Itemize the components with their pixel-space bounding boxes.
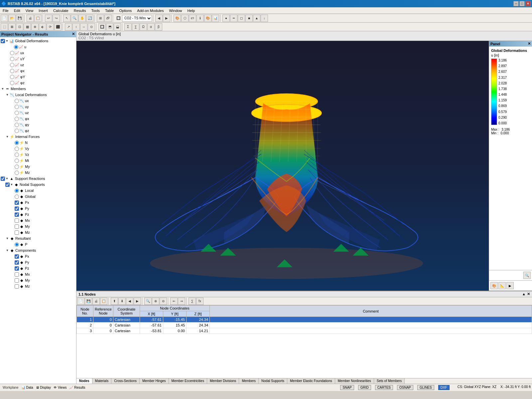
Mx-ns-checkbox[interactable] <box>15 218 19 223</box>
results-tab[interactable]: 📈 Results <box>69 386 85 389</box>
tree-loc-phix[interactable]: 📉 φx <box>1 116 75 122</box>
bt-3[interactable]: 🖨 <box>92 298 100 305</box>
tree-members[interactable]: ▼ ━ Members <box>1 86 75 92</box>
Px-comp-checkbox[interactable] <box>15 254 19 259</box>
iso-view-btn[interactable]: 📐 <box>498 282 506 289</box>
save-btn[interactable]: 💾 <box>16 15 23 22</box>
resultant-expander[interactable]: ▼ <box>5 236 9 240</box>
tree-Mx-ns[interactable]: ◆ Mx <box>1 217 75 223</box>
tree-resultant[interactable]: ▼ ◆ Resultant <box>1 235 75 241</box>
tree-Px-ns[interactable]: ◆ Px <box>1 200 75 205</box>
menu-calculate[interactable]: Calculate <box>52 8 70 13</box>
tab-member-elastic[interactable]: Member Elastic Foundations <box>287 378 335 384</box>
Py-ns-checkbox[interactable] <box>15 206 19 211</box>
loc-phiz-radio[interactable] <box>15 129 19 133</box>
Mz-radio[interactable] <box>15 171 19 175</box>
member-btn[interactable]: ━ <box>230 15 237 22</box>
colorbar-settings-btn[interactable]: 🎨 <box>490 282 498 289</box>
N-radio[interactable] <box>15 141 19 145</box>
glines-chip[interactable]: GLINES <box>417 385 434 390</box>
animate-btn[interactable]: ▶ <box>506 282 514 289</box>
tab-member-hinges[interactable]: Member Hinges <box>140 378 169 384</box>
menu-table[interactable]: Table <box>104 8 115 13</box>
loc-uz-radio[interactable] <box>15 111 19 115</box>
Vz-radio[interactable] <box>15 153 19 157</box>
data-tab[interactable]: 📊 Data <box>21 386 33 389</box>
loc-uy-radio[interactable] <box>15 105 19 109</box>
Vy-radio[interactable] <box>15 147 19 151</box>
tree-N[interactable]: ⚡ N <box>1 140 75 146</box>
Mt-radio[interactable] <box>15 159 19 163</box>
color-btn[interactable]: 🎨 <box>204 15 211 22</box>
tree-u[interactable]: 📈 u <box>1 44 75 50</box>
open-btn[interactable]: 📂 <box>8 15 16 22</box>
snap-chip[interactable]: SNAP <box>340 385 354 390</box>
tree-Pz-ns[interactable]: ◆ Pz <box>1 211 75 217</box>
panel-close[interactable]: ✕ <box>528 42 531 46</box>
node-btn[interactable]: ● <box>222 15 230 22</box>
t2-17[interactable]: ∑ <box>132 23 139 31</box>
tree-local[interactable]: ◆ Local <box>1 188 75 194</box>
bt-10[interactable]: ⊕ <box>152 298 159 305</box>
t2-1[interactable]: ⬚ <box>1 23 8 31</box>
tree-My-comp[interactable]: ◆ My <box>1 277 75 283</box>
global-radio[interactable] <box>15 195 19 199</box>
panel-close-btn[interactable]: ✕ <box>72 32 75 36</box>
t2-14[interactable]: ⬒ <box>106 23 113 31</box>
bt-9[interactable]: 🔍 <box>144 298 152 305</box>
zoom-search-btn[interactable]: 🔍 <box>523 272 531 279</box>
tree-loc-ux[interactable]: 📉 ux <box>1 98 75 104</box>
components-expander[interactable]: ▼ <box>5 248 9 252</box>
window-controls[interactable]: ─ □ ✕ <box>513 1 531 6</box>
prev-btn[interactable]: ◀ <box>155 15 163 22</box>
tree-loc-uz[interactable]: 📉 uz <box>1 110 75 116</box>
t2-20[interactable]: β <box>155 23 162 31</box>
Pz-comp-checkbox[interactable] <box>15 266 19 271</box>
tree-Mz-comp[interactable]: ◆ Mz <box>1 283 75 289</box>
view3d-btn[interactable]: 🗗 <box>104 15 112 22</box>
bt-6[interactable]: ⬇ <box>118 298 126 305</box>
close-button[interactable]: ✕ <box>525 1 531 6</box>
u-expander[interactable] <box>10 45 14 49</box>
next-btn[interactable]: ▶ <box>163 15 170 22</box>
tree-nodal-supports[interactable]: ▼ ◆ Nodal Supports <box>1 182 75 188</box>
undo-btn[interactable]: ↩ <box>45 15 52 22</box>
surface-btn[interactable]: ◻ <box>238 15 245 22</box>
phix-radio[interactable] <box>10 69 14 73</box>
tree-uz[interactable]: 📈 uz <box>1 62 75 68</box>
Py-comp-checkbox[interactable] <box>15 260 19 265</box>
table-row[interactable]: 2 0 Cartesian -57.61 15.45 24.34 <box>77 323 532 328</box>
loc-phiy-radio[interactable] <box>15 123 19 127</box>
bottom-expand-btn[interactable]: ▲ <box>522 292 526 296</box>
views-tab[interactable]: 👁 Views <box>54 386 66 389</box>
tree-internal-forces[interactable]: ▼ ⚡ Internal Forces <box>1 134 75 140</box>
info-btn[interactable]: ℹ <box>197 15 204 22</box>
tab-member-divisions[interactable]: Member Divisions <box>207 378 239 384</box>
solid-btn[interactable]: ■ <box>245 15 253 22</box>
tab-nodes[interactable]: Nodes <box>76 378 92 384</box>
t2-18[interactable]: Ω <box>140 23 147 31</box>
tree-My[interactable]: ⚡ My <box>1 164 75 170</box>
tree-My-ns[interactable]: ◆ My <box>1 223 75 229</box>
tree-components[interactable]: ▼ ◆ Components <box>1 247 75 253</box>
internal-forces-expander[interactable]: ▼ <box>5 135 9 139</box>
bt-8[interactable]: ▶ <box>134 298 141 305</box>
t2-2[interactable]: ⊠ <box>8 23 16 31</box>
tab-sets-of-members[interactable]: Sets of Members <box>374 378 405 384</box>
display-tab[interactable]: 🖥 Display <box>36 386 51 389</box>
Mz-ns-checkbox[interactable] <box>15 230 19 235</box>
tree-Mx-comp[interactable]: ◆ Mx <box>1 271 75 277</box>
tab-nodal-supports[interactable]: Nodal Supports <box>259 378 287 384</box>
bt-14[interactable]: ∑ <box>189 298 196 305</box>
t2-8[interactable]: ⬛ <box>54 23 62 31</box>
table-row[interactable]: 3 0 Cartesian -53.81 0.00 14.21 <box>77 328 532 334</box>
Mx-comp-checkbox[interactable] <box>15 272 19 277</box>
bt-11[interactable]: ⊖ <box>160 298 167 305</box>
uz-radio[interactable] <box>10 63 14 67</box>
tree-support-reactions[interactable]: ▼ ▲ Support Reactions <box>1 176 75 182</box>
tree-loc-phiy[interactable]: 📉 φy <box>1 122 75 128</box>
fit-btn[interactable]: ⊞ <box>97 15 104 22</box>
menu-window[interactable]: Window <box>168 8 183 13</box>
tree-phiz[interactable]: 📈 φz <box>1 80 75 86</box>
tab-materials[interactable]: Materials <box>92 378 112 384</box>
